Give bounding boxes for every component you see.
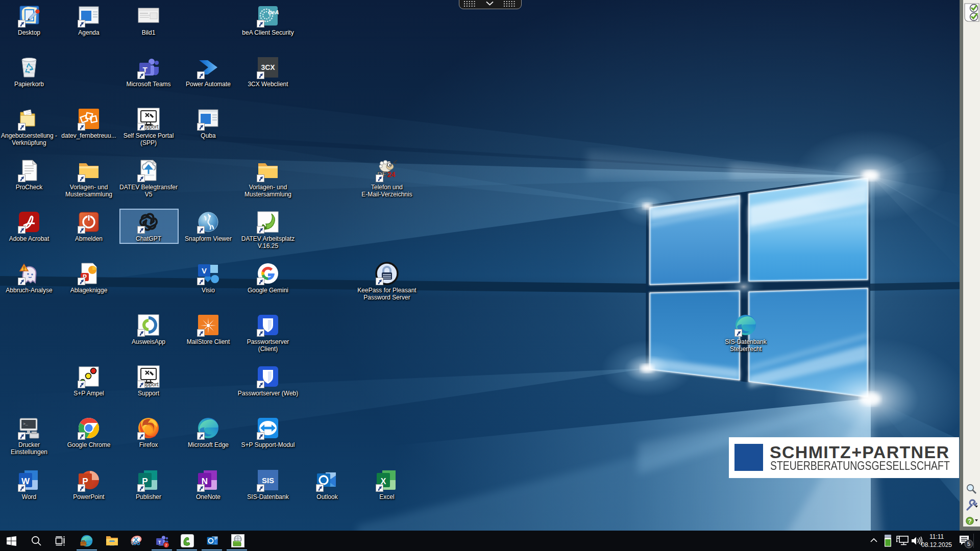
svg-text:V: V [202, 266, 207, 275]
svg-text:2: 2 [165, 543, 167, 547]
svg-text:T: T [158, 540, 161, 545]
svg-text:>_: >_ [23, 421, 28, 426]
svg-text:3CX: 3CX [261, 63, 275, 71]
svg-text:SIS: SIS [262, 476, 274, 485]
svg-text:beA: beA [268, 9, 279, 15]
svg-text:24: 24 [387, 170, 396, 179]
svg-text:?: ? [968, 518, 971, 525]
svg-text:5: 5 [967, 541, 970, 547]
